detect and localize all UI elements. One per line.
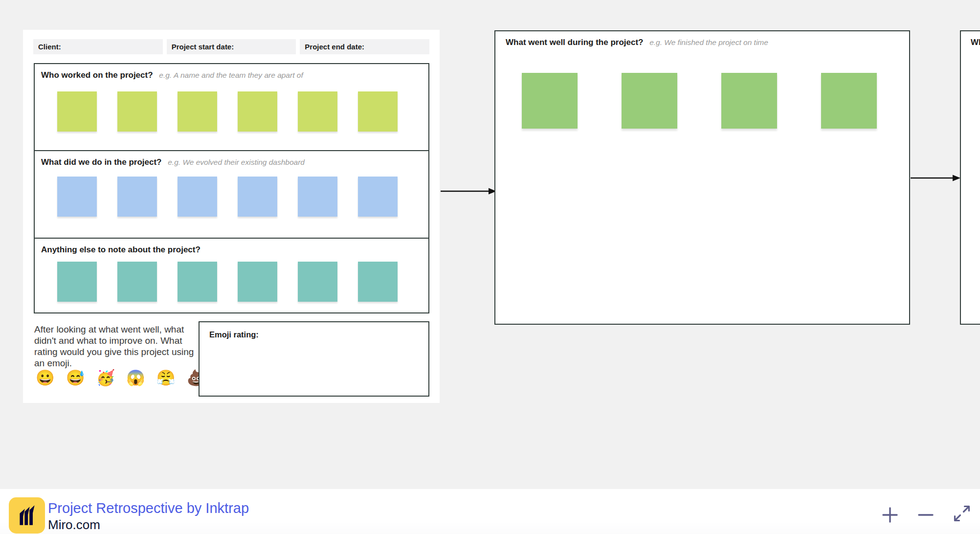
emoji-rating-label: Emoji rating: [200,322,428,339]
emoji-rating-box[interactable]: Emoji rating: [199,321,429,397]
project-end-date-label: Project end date: [305,43,364,51]
sticky-note[interactable] [238,262,277,302]
zoom-in-button[interactable] [881,506,899,524]
project-end-date-field[interactable]: Project end date: [300,39,429,54]
project-start-date-field[interactable]: Project start date: [167,39,296,54]
sticky-note[interactable] [117,177,157,217]
sticky-row-anything-else [57,262,398,302]
what-went-well-panel: What went well during the project? e.g. … [494,30,910,325]
emoji-partying[interactable]: 🥳 [96,368,115,388]
sticky-row-who-worked [57,91,398,132]
sticky-note[interactable] [178,262,217,302]
footer-bar: Project Retrospective by Inktrap Miro.co… [0,489,980,534]
what-went-well-hint: e.g. We finished the project on time [649,38,768,46]
emoji-options-row: 😀 😅 🥳 😱 😤 💩 [36,368,205,388]
footer-titles: Project Retrospective by Inktrap Miro.co… [48,499,249,533]
sticky-note[interactable] [298,91,337,132]
miro-m-icon [15,504,39,527]
clipped-next-panel: Wh [960,30,980,325]
sticky-note[interactable] [821,73,877,129]
expand-arrows-icon [952,503,972,524]
emoji-sweat-smile[interactable]: 😅 [66,368,85,388]
miro-logo[interactable] [9,497,45,534]
reflection-text: After looking at what went well, what di… [34,324,197,369]
sticky-note[interactable] [178,177,217,217]
sticky-note[interactable] [238,177,277,217]
connector-arrow-2 [910,173,960,183]
plus-icon [881,506,899,524]
sticky-note[interactable] [721,73,777,129]
clipped-panel-title: Wh [961,31,980,47]
emoji-screaming[interactable]: 😱 [126,368,145,388]
sticky-note[interactable] [522,73,578,129]
sticky-note[interactable] [178,91,217,132]
connector-arrow-1 [440,186,496,196]
zoom-out-button[interactable] [917,506,935,524]
miro-board-canvas[interactable]: Client: Project start date: Project end … [0,0,980,534]
sticky-note[interactable] [57,177,97,217]
project-meta-fields: Client: Project start date: Project end … [33,39,429,54]
sticky-note[interactable] [358,177,398,217]
section-what-did-we-do-title: What did we do in the project? [41,157,162,167]
sticky-note[interactable] [298,177,337,217]
template-title-link[interactable]: Project Retrospective by Inktrap [48,499,249,517]
client-field[interactable]: Client: [33,39,163,54]
miro-com-link[interactable]: Miro.com [48,517,249,533]
sticky-row-what-went-well [522,73,877,129]
sticky-note[interactable] [117,91,157,132]
project-summary-panel: Client: Project start date: Project end … [23,30,440,403]
client-field-label: Client: [38,43,61,51]
sticky-note[interactable] [298,262,337,302]
section-who-worked-title: Who worked on the project? [41,70,153,80]
sticky-note[interactable] [238,91,277,132]
emoji-steam-nose[interactable]: 😤 [156,368,176,388]
section-anything-else-title: Anything else to note about the project? [41,245,200,254]
project-start-date-label: Project start date: [172,43,234,51]
section-who-worked-hint: e.g. A name and the team they are apart … [159,71,303,79]
fullscreen-button[interactable] [952,503,972,524]
sticky-note[interactable] [57,262,97,302]
sticky-note[interactable] [57,91,97,132]
emoji-grinning[interactable]: 😀 [36,368,55,388]
sticky-note[interactable] [117,262,157,302]
sticky-note[interactable] [358,91,398,132]
sticky-row-what-did-we-do [57,177,398,217]
what-went-well-title: What went well during the project? [506,38,643,47]
section-what-did-we-do-hint: e.g. We evolved their existing dashboard [168,158,305,166]
minus-icon [917,506,935,524]
sticky-note[interactable] [622,73,677,129]
sticky-note[interactable] [358,262,398,302]
